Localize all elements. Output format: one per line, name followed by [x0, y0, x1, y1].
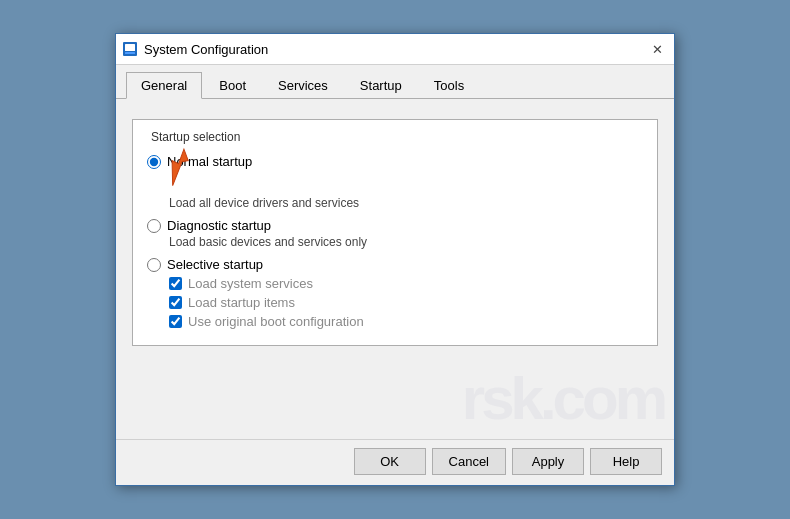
selective-startup-radio[interactable]: [147, 258, 161, 272]
load-startup-items-label: Load startup items: [188, 295, 295, 310]
load-startup-items-option: Load startup items: [169, 295, 643, 310]
svg-rect-2: [125, 52, 135, 54]
apply-button[interactable]: Apply: [512, 448, 584, 475]
close-button[interactable]: ✕: [648, 40, 666, 58]
app-icon: [122, 41, 138, 57]
selective-startup-label: Selective startup: [167, 257, 263, 272]
tab-boot[interactable]: Boot: [204, 72, 261, 99]
title-bar: System Configuration ✕: [116, 34, 674, 65]
svg-marker-3: [160, 149, 197, 186]
ok-button[interactable]: OK: [354, 448, 426, 475]
tab-services[interactable]: Services: [263, 72, 343, 99]
load-system-services-option: Load system services: [169, 276, 643, 291]
diagnostic-startup-label: Diagnostic startup: [167, 218, 271, 233]
system-configuration-window: System Configuration ✕ General Boot Serv…: [115, 33, 675, 486]
normal-startup-desc: Load all device drivers and services: [169, 196, 643, 210]
startup-selection-group: Startup selection Normal startup Load al…: [132, 119, 658, 346]
diagnostic-startup-desc: Load basic devices and services only: [169, 235, 643, 249]
group-label: Startup selection: [147, 130, 643, 144]
title-bar-left: System Configuration: [122, 41, 268, 57]
content-area: Startup selection Normal startup Load al…: [116, 99, 674, 439]
cancel-button[interactable]: Cancel: [432, 448, 506, 475]
use-original-boot-option: Use original boot configuration: [169, 314, 643, 329]
watermark: rsk.com: [462, 369, 664, 429]
tab-startup[interactable]: Startup: [345, 72, 417, 99]
load-system-services-label: Load system services: [188, 276, 313, 291]
window-title: System Configuration: [144, 42, 268, 57]
selective-startup-option: Selective startup: [147, 257, 643, 272]
svg-rect-1: [125, 44, 135, 51]
tab-bar: General Boot Services Startup Tools: [116, 65, 674, 99]
load-startup-items-checkbox[interactable]: [169, 296, 182, 309]
load-system-services-checkbox[interactable]: [169, 277, 182, 290]
footer: OK Cancel Apply Help: [116, 439, 674, 485]
use-original-boot-checkbox[interactable]: [169, 315, 182, 328]
help-button[interactable]: Help: [590, 448, 662, 475]
tab-general[interactable]: General: [126, 72, 202, 99]
use-original-boot-label: Use original boot configuration: [188, 314, 364, 329]
tab-tools[interactable]: Tools: [419, 72, 479, 99]
diagnostic-startup-radio[interactable]: [147, 219, 161, 233]
arrow-indicator: [155, 147, 215, 187]
diagnostic-startup-option: Diagnostic startup: [147, 218, 643, 233]
